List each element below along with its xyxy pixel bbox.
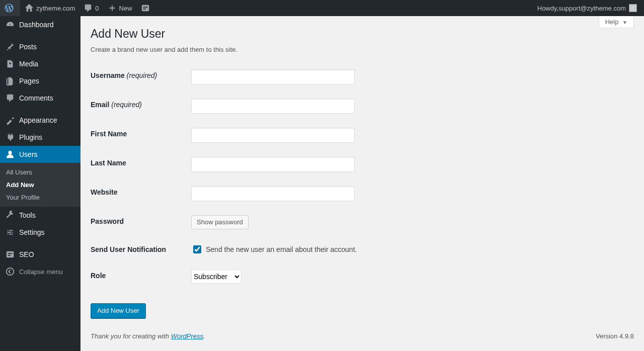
footer-version: Version 4.9.8 (596, 332, 634, 340)
new-content-label: New (119, 5, 132, 12)
sidebar-item-label: Users (19, 150, 38, 158)
settings-icon (5, 227, 15, 237)
required-suffix: (required) (127, 71, 157, 79)
last-name-label: Last Name (91, 159, 126, 167)
collapse-label: Collapse menu (19, 268, 63, 276)
website-label: Website (91, 188, 117, 196)
footer-thanks: Thank you for creating with WordPress. (91, 332, 205, 340)
sidebar-item-appearance[interactable]: Appearance (0, 112, 80, 129)
collapse-icon (5, 267, 15, 277)
dashboard-icon (5, 20, 15, 30)
sidebar-item-dashboard[interactable]: Dashboard (0, 16, 80, 33)
svg-rect-4 (8, 253, 13, 254)
help-tab[interactable]: Help ▼ (599, 16, 634, 28)
show-password-button[interactable]: Show password (191, 215, 249, 229)
sidebar-item-label: Comments (19, 94, 53, 102)
sidebar-item-label: SEO (19, 250, 34, 258)
sidebar-item-label: Appearance (19, 116, 57, 124)
svg-point-6 (7, 268, 14, 275)
wordpress-logo-icon (4, 3, 14, 13)
wordpress-link[interactable]: WordPress (171, 332, 203, 340)
page-description: Create a brand new user and add them to … (91, 46, 634, 53)
required-suffix: (required) (111, 101, 142, 109)
notification-label: Send User Notification (91, 245, 166, 253)
site-name-menu[interactable]: zytheme.com (20, 0, 79, 16)
sidebar-item-label: Dashboard (19, 21, 54, 29)
email-label: Email (91, 101, 109, 109)
sidebar-item-tools[interactable]: Tools (0, 207, 80, 224)
howdy-prefix: Howdy, (537, 5, 558, 12)
sidebar-item-label: Pages (19, 77, 39, 85)
notification-checkbox-label[interactable]: Send the new user an email about their a… (191, 244, 357, 255)
my-account-menu[interactable]: Howdy, support@zytheme.com (533, 0, 641, 16)
sidebar-item-comments[interactable]: Comments (0, 90, 80, 107)
notification-checkbox[interactable] (193, 245, 201, 253)
password-label: Password (91, 217, 124, 225)
svg-rect-2 (143, 9, 145, 10)
first-name-label: First Name (91, 130, 127, 138)
plus-icon (107, 3, 117, 13)
svg-rect-0 (141, 5, 148, 12)
media-icon (5, 59, 15, 69)
svg-rect-5 (8, 255, 11, 256)
sidebar-item-settings[interactable]: Settings (0, 224, 80, 241)
submenu-add-new[interactable]: Add New (0, 179, 80, 191)
sidebar-item-label: Plugins (19, 133, 42, 141)
email-input[interactable] (191, 99, 355, 114)
submenu-your-profile[interactable]: Your Profile (0, 191, 80, 204)
sidebar-item-label: Settings (19, 228, 45, 236)
page-title: Add New User (91, 27, 634, 41)
collapse-menu-button[interactable]: Collapse menu (0, 263, 80, 280)
username-input[interactable] (191, 69, 355, 84)
chevron-down-icon: ▼ (622, 20, 627, 25)
sidebar-item-label: Tools (19, 211, 36, 219)
svg-rect-1 (143, 7, 147, 8)
sidebar-item-media[interactable]: Media (0, 55, 80, 72)
home-icon (24, 3, 34, 13)
username-label: Username (91, 71, 125, 79)
submenu-all-users[interactable]: All Users (0, 166, 80, 179)
sidebar-item-label: Media (19, 60, 38, 68)
site-name-label: zytheme.com (36, 5, 75, 12)
sidebar-item-posts[interactable]: Posts (0, 38, 80, 55)
svg-rect-3 (7, 251, 14, 258)
website-input[interactable] (191, 186, 355, 201)
pages-icon (5, 76, 15, 86)
comments-count: 0 (95, 5, 99, 12)
role-select[interactable]: Subscriber (191, 270, 242, 284)
sidebar-item-seo[interactable]: SEO (0, 246, 80, 263)
comment-icon (83, 3, 93, 13)
pin-icon (5, 42, 15, 52)
sidebar-item-plugins[interactable]: Plugins (0, 129, 80, 146)
new-content-menu[interactable]: New (103, 0, 136, 16)
sidebar-item-label: Posts (19, 43, 37, 51)
first-name-input[interactable] (191, 128, 355, 143)
notification-text: Send the new user an email about their a… (206, 245, 357, 253)
help-label: Help (605, 18, 619, 26)
wp-logo-menu[interactable] (0, 0, 20, 16)
seo-adminbar-item[interactable] (136, 0, 156, 16)
avatar (629, 4, 637, 12)
seo-top-icon (140, 3, 150, 13)
comments-icon (5, 93, 15, 103)
role-label: Role (91, 272, 106, 280)
appearance-icon (5, 115, 15, 125)
sidebar-item-pages[interactable]: Pages (0, 72, 80, 90)
seo-icon (5, 249, 15, 259)
users-icon (5, 149, 15, 159)
tools-icon (5, 210, 15, 220)
last-name-input[interactable] (191, 157, 355, 172)
add-new-user-button[interactable]: Add New User (91, 303, 146, 318)
plugins-icon (5, 132, 15, 142)
sidebar-item-users[interactable]: Users (0, 146, 80, 163)
comments-menu[interactable]: 0 (79, 0, 103, 16)
current-user-name: support@zytheme.com (558, 5, 626, 12)
users-submenu: All Users Add New Your Profile (0, 163, 80, 207)
